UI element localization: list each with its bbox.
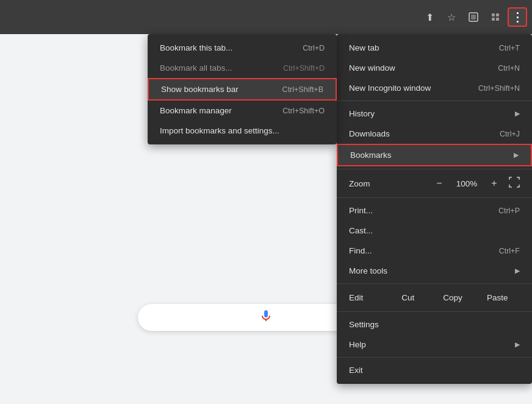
divider-4: [337, 283, 532, 284]
menu-item-cast[interactable]: Cast...: [337, 221, 532, 241]
menu-item-more-tools[interactable]: More tools ▶: [337, 261, 532, 281]
zoom-row: Zoom − 100% +: [337, 172, 532, 195]
divider-5: [337, 311, 532, 312]
share-icon[interactable]: ⬆: [420, 7, 439, 27]
paste-button[interactable]: Paste: [475, 291, 520, 305]
bookmarks-submenu: Bookmark this tab... Ctrl+D Bookmark all…: [148, 34, 337, 144]
zoom-label: Zoom: [349, 179, 370, 188]
bookmark-icon[interactable]: ☆: [442, 7, 461, 27]
menu-item-new-window[interactable]: New window Ctrl+N: [337, 58, 532, 78]
edit-row: Edit Cut Copy Paste: [337, 286, 532, 309]
submenu-import-bookmarks[interactable]: Import bookmarks and settings...: [148, 121, 337, 141]
extensions-icon[interactable]: [486, 7, 505, 27]
fullscreen-button[interactable]: [509, 177, 520, 190]
copy-button[interactable]: Copy: [430, 291, 475, 305]
tab-view-icon[interactable]: [464, 7, 483, 27]
menu-item-downloads[interactable]: Downloads Ctrl+J: [337, 124, 532, 144]
svg-rect-1: [471, 15, 476, 19]
menu-item-new-tab[interactable]: New tab Ctrl+T: [337, 38, 532, 58]
svg-rect-4: [492, 18, 495, 21]
submenu-show-bookmarks-bar[interactable]: Show bookmarks bar Ctrl+Shift+B: [148, 78, 337, 101]
divider-3: [337, 197, 532, 198]
microphone-icon: [259, 308, 273, 327]
menu-item-print[interactable]: Print... Ctrl+P: [337, 200, 532, 221]
zoom-out-button[interactable]: −: [432, 176, 447, 191]
cut-button[interactable]: Cut: [386, 291, 430, 305]
menu-item-find[interactable]: Find... Ctrl+F: [337, 241, 532, 261]
svg-rect-3: [496, 13, 499, 16]
submenu-bookmark-tab[interactable]: Bookmark this tab... Ctrl+D: [148, 38, 337, 58]
divider-6: [337, 357, 532, 358]
submenu-bookmark-manager[interactable]: Bookmark manager Ctrl+Shift+O: [148, 101, 337, 121]
edit-label: Edit: [349, 293, 386, 302]
zoom-value: 100%: [454, 179, 480, 188]
browser-chrome: ⬆ ☆ ⋮: [0, 0, 532, 34]
menu-item-new-incognito[interactable]: New Incognito window Ctrl+Shift+N: [337, 78, 532, 98]
divider-1: [337, 101, 532, 101]
menu-item-settings[interactable]: Settings: [337, 314, 532, 335]
menu-item-exit[interactable]: Exit: [337, 360, 532, 380]
svg-rect-2: [492, 13, 495, 16]
zoom-in-button[interactable]: +: [487, 176, 501, 191]
zoom-controls: − 100% +: [432, 176, 520, 191]
svg-rect-5: [496, 18, 499, 21]
more-menu-icon[interactable]: ⋮: [508, 7, 527, 27]
divider-2: [337, 169, 532, 169]
menu-item-bookmarks[interactable]: Bookmarks ▶: [337, 144, 532, 166]
chrome-main-menu: New tab Ctrl+T New window Ctrl+N New Inc…: [337, 34, 532, 384]
menu-item-history[interactable]: History ▶: [337, 104, 532, 124]
submenu-bookmark-all-tabs[interactable]: Bookmark all tabs... Ctrl+Shift+D: [148, 58, 337, 78]
menu-item-help[interactable]: Help ▶: [337, 335, 532, 355]
